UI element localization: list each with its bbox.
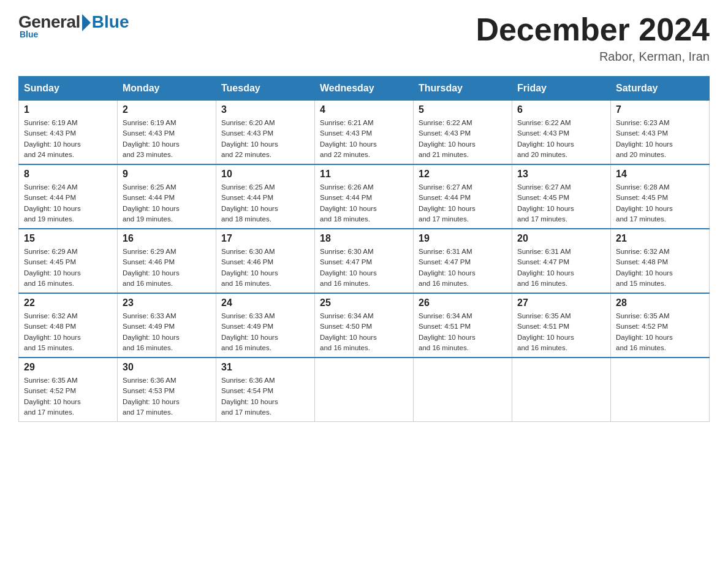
day-info: Sunrise: 6:22 AMSunset: 4:43 PMDaylight:… [517,118,605,160]
calendar-cell: 28Sunrise: 6:35 AMSunset: 4:52 PMDayligh… [611,293,710,358]
calendar-cell: 11Sunrise: 6:26 AMSunset: 4:44 PMDayligh… [315,164,414,229]
calendar-cell: 23Sunrise: 6:33 AMSunset: 4:49 PMDayligh… [118,293,216,358]
day-number: 31 [221,362,309,373]
day-number: 5 [419,104,507,115]
calendar-cell [611,358,710,422]
calendar-cell: 10Sunrise: 6:25 AMSunset: 4:44 PMDayligh… [216,164,315,229]
day-info: Sunrise: 6:25 AMSunset: 4:44 PMDaylight:… [123,182,211,224]
day-number: 26 [419,297,507,308]
day-info: Sunrise: 6:24 AMSunset: 4:44 PMDaylight:… [24,182,112,224]
calendar-cell: 6Sunrise: 6:22 AMSunset: 4:43 PMDaylight… [512,101,611,165]
day-info: Sunrise: 6:31 AMSunset: 4:47 PMDaylight:… [517,247,605,289]
day-number: 16 [123,233,211,244]
day-info: Sunrise: 6:34 AMSunset: 4:51 PMDaylight:… [419,311,507,353]
calendar-cell: 2Sunrise: 6:19 AMSunset: 4:43 PMDaylight… [118,101,216,165]
day-number: 18 [320,233,408,244]
title-area: December 2024 Rabor, Kerman, Iran [476,12,710,64]
calendar-cell: 14Sunrise: 6:28 AMSunset: 4:45 PMDayligh… [611,164,710,229]
calendar-cell: 22Sunrise: 6:32 AMSunset: 4:48 PMDayligh… [19,293,118,358]
day-info: Sunrise: 6:34 AMSunset: 4:50 PMDaylight:… [320,311,408,353]
col-header-friday: Friday [512,77,611,101]
day-number: 4 [320,104,408,115]
day-info: Sunrise: 6:32 AMSunset: 4:48 PMDaylight:… [616,247,704,289]
calendar-cell: 12Sunrise: 6:27 AMSunset: 4:44 PMDayligh… [414,164,512,229]
day-info: Sunrise: 6:35 AMSunset: 4:52 PMDaylight:… [24,375,112,418]
col-header-tuesday: Tuesday [216,77,315,101]
day-number: 15 [24,233,112,244]
day-info: Sunrise: 6:35 AMSunset: 4:51 PMDaylight:… [517,311,605,353]
day-info: Sunrise: 6:35 AMSunset: 4:52 PMDaylight:… [616,311,704,353]
calendar-header-row: SundayMondayTuesdayWednesdayThursdayFrid… [19,77,710,101]
calendar-week-row: 1Sunrise: 6:19 AMSunset: 4:43 PMDaylight… [19,101,710,165]
calendar-week-row: 29Sunrise: 6:35 AMSunset: 4:52 PMDayligh… [19,358,710,422]
calendar-cell: 25Sunrise: 6:34 AMSunset: 4:50 PMDayligh… [315,293,414,358]
calendar-table: SundayMondayTuesdayWednesdayThursdayFrid… [18,76,710,422]
day-number: 3 [221,104,309,115]
calendar-cell: 16Sunrise: 6:29 AMSunset: 4:46 PMDayligh… [118,229,216,293]
day-number: 7 [616,104,704,115]
logo: General Blue Blue [18,12,129,39]
calendar-cell: 21Sunrise: 6:32 AMSunset: 4:48 PMDayligh… [611,229,710,293]
day-info: Sunrise: 6:19 AMSunset: 4:43 PMDaylight:… [123,118,211,160]
calendar-cell: 9Sunrise: 6:25 AMSunset: 4:44 PMDaylight… [118,164,216,229]
calendar-cell: 20Sunrise: 6:31 AMSunset: 4:47 PMDayligh… [512,229,611,293]
day-number: 19 [419,233,507,244]
calendar-cell [512,358,611,422]
calendar-cell: 8Sunrise: 6:24 AMSunset: 4:44 PMDaylight… [19,164,118,229]
calendar-cell: 15Sunrise: 6:29 AMSunset: 4:45 PMDayligh… [19,229,118,293]
day-info: Sunrise: 6:23 AMSunset: 4:43 PMDaylight:… [616,118,704,160]
day-number: 14 [616,169,704,180]
calendar-cell: 3Sunrise: 6:20 AMSunset: 4:43 PMDaylight… [216,101,315,165]
calendar-cell: 17Sunrise: 6:30 AMSunset: 4:46 PMDayligh… [216,229,315,293]
col-header-saturday: Saturday [611,77,710,101]
day-info: Sunrise: 6:22 AMSunset: 4:43 PMDaylight:… [419,118,507,160]
calendar-cell: 30Sunrise: 6:36 AMSunset: 4:53 PMDayligh… [118,358,216,422]
day-number: 11 [320,169,408,180]
col-header-sunday: Sunday [19,77,118,101]
calendar-cell: 29Sunrise: 6:35 AMSunset: 4:52 PMDayligh… [19,358,118,422]
calendar-cell: 13Sunrise: 6:27 AMSunset: 4:45 PMDayligh… [512,164,611,229]
day-info: Sunrise: 6:29 AMSunset: 4:46 PMDaylight:… [123,247,211,289]
calendar-cell: 31Sunrise: 6:36 AMSunset: 4:54 PMDayligh… [216,358,315,422]
day-info: Sunrise: 6:36 AMSunset: 4:53 PMDaylight:… [123,375,211,418]
page-header: General Blue Blue December 2024 Rabor, K… [18,12,710,64]
day-info: Sunrise: 6:27 AMSunset: 4:45 PMDaylight:… [517,182,605,224]
day-info: Sunrise: 6:28 AMSunset: 4:45 PMDaylight:… [616,182,704,224]
calendar-cell: 19Sunrise: 6:31 AMSunset: 4:47 PMDayligh… [414,229,512,293]
calendar-cell: 1Sunrise: 6:19 AMSunset: 4:43 PMDaylight… [19,101,118,165]
calendar-week-row: 22Sunrise: 6:32 AMSunset: 4:48 PMDayligh… [19,293,710,358]
day-info: Sunrise: 6:26 AMSunset: 4:44 PMDaylight:… [320,182,408,224]
calendar-cell: 27Sunrise: 6:35 AMSunset: 4:51 PMDayligh… [512,293,611,358]
day-number: 10 [221,169,309,180]
day-info: Sunrise: 6:25 AMSunset: 4:44 PMDaylight:… [221,182,309,224]
day-number: 23 [123,297,211,308]
day-number: 6 [517,104,605,115]
day-info: Sunrise: 6:21 AMSunset: 4:43 PMDaylight:… [320,118,408,160]
col-header-thursday: Thursday [414,77,512,101]
day-number: 20 [517,233,605,244]
day-number: 28 [616,297,704,308]
day-number: 17 [221,233,309,244]
col-header-wednesday: Wednesday [315,77,414,101]
day-number: 30 [123,362,211,373]
day-info: Sunrise: 6:19 AMSunset: 4:43 PMDaylight:… [24,118,112,160]
calendar-cell [414,358,512,422]
day-info: Sunrise: 6:27 AMSunset: 4:44 PMDaylight:… [419,182,507,224]
location-subtitle: Rabor, Kerman, Iran [476,50,710,64]
day-info: Sunrise: 6:29 AMSunset: 4:45 PMDaylight:… [24,247,112,289]
day-number: 22 [24,297,112,308]
calendar-cell: 24Sunrise: 6:33 AMSunset: 4:49 PMDayligh… [216,293,315,358]
day-number: 13 [517,169,605,180]
day-number: 21 [616,233,704,244]
day-info: Sunrise: 6:32 AMSunset: 4:48 PMDaylight:… [24,311,112,353]
day-info: Sunrise: 6:30 AMSunset: 4:47 PMDaylight:… [320,247,408,289]
day-info: Sunrise: 6:36 AMSunset: 4:54 PMDaylight:… [221,375,309,418]
logo-arrow-icon [82,14,91,31]
col-header-monday: Monday [118,77,216,101]
day-number: 9 [123,169,211,180]
calendar-cell: 4Sunrise: 6:21 AMSunset: 4:43 PMDaylight… [315,101,414,165]
calendar-cell: 7Sunrise: 6:23 AMSunset: 4:43 PMDaylight… [611,101,710,165]
calendar-week-row: 15Sunrise: 6:29 AMSunset: 4:45 PMDayligh… [19,229,710,293]
calendar-cell [315,358,414,422]
day-info: Sunrise: 6:30 AMSunset: 4:46 PMDaylight:… [221,247,309,289]
